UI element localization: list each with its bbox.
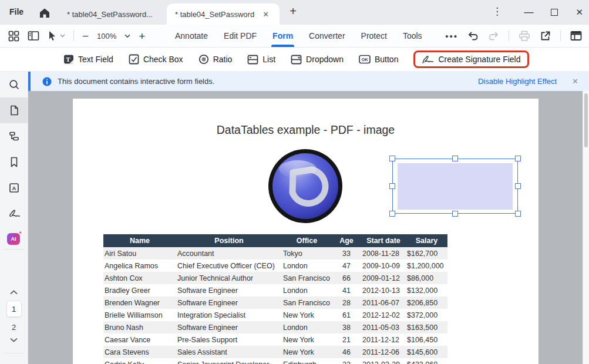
table-header-cell: Name [103,234,176,247]
table-cell: 41 [332,284,361,296]
window-close-button[interactable]: ✕ [575,7,583,18]
table-cell: 33 [332,247,361,259]
page-thumbnails-icon[interactable] [0,97,28,123]
svg-text:OK: OK [361,57,368,62]
info-message: This document contains interactive form … [58,77,214,86]
scrollbar-thumb[interactable] [584,93,588,147]
main-toolbar: − 100% + Annotate Edit PDF Form Converte… [0,25,589,48]
pdf-table-body: Airi SatouAccountantTokyo332008-11-28$16… [103,247,447,364]
document-tab-active[interactable]: * table04_SetPassword ✕ [167,4,280,25]
undo-icon[interactable] [467,31,479,41]
table-cell: $162,700 [406,247,447,259]
svg-text:T: T [66,56,70,63]
resize-handle[interactable] [389,156,395,161]
table-cell: New York [282,333,332,346]
zoom-out-button[interactable]: − [82,31,89,42]
share-export-icon[interactable] [540,31,551,42]
tab-annotate[interactable]: Annotate [175,25,208,47]
kebab-menu-icon[interactable]: ⋮ [492,5,502,18]
table-cell: Ashton Cox [103,272,176,284]
tab-tools[interactable]: Tools [403,25,422,47]
disable-highlight-link[interactable]: Disable Highlight Effect [478,77,557,86]
check-box-button[interactable]: Check Box [129,54,183,65]
vertical-scrollbar[interactable] [583,91,589,364]
dropdown-icon [291,55,302,65]
table-cell: Pre-Sales Support [176,333,282,346]
resize-handle[interactable] [452,156,458,161]
resize-handle[interactable] [515,156,521,161]
resize-handle[interactable] [452,211,458,217]
file-menu[interactable]: File [9,7,23,16]
more-tools-icon[interactable]: ••• [445,31,458,41]
chevron-up-icon[interactable] [10,290,18,295]
tab-form[interactable]: Form [272,25,293,47]
resize-handle[interactable] [515,183,521,189]
signature-field-selected[interactable] [392,159,518,214]
table-row: Cara StevensSales AssistantNew York46201… [103,346,447,358]
table-cell: $163,500 [406,321,447,333]
signature-panel-icon[interactable] [0,201,28,227]
pdf-page[interactable]: DataTables example - PDF - image [73,99,538,364]
layout-panels-icon[interactable] [570,31,582,41]
table-cell: $106,450 [406,333,447,346]
outline-icon[interactable] [0,123,28,149]
resize-handle[interactable] [389,183,395,189]
print-icon [519,31,530,42]
new-tab-button[interactable]: + [285,5,301,18]
dropdown-field-button[interactable]: Dropdown [291,55,344,65]
table-cell: London [282,284,332,296]
side-panel-icon[interactable] [28,31,39,41]
resize-handle[interactable] [515,211,521,217]
grid-view-icon[interactable] [8,31,19,42]
table-cell: Sales Assistant [176,346,282,358]
table-cell: Cara Stevens [103,346,176,358]
page-number-current[interactable]: 1 [6,301,22,317]
tab-edit-pdf[interactable]: Edit PDF [224,25,257,47]
datatables-logo [267,148,344,224]
zoom-in-button[interactable]: + [139,31,145,42]
annotation-icon[interactable]: A [0,175,28,201]
tab-converter[interactable]: Converter [309,25,345,47]
home-icon[interactable] [38,6,52,20]
table-cell: Software Engineer [176,321,282,333]
table-cell: San Francisco [282,272,332,284]
list-box-button[interactable]: List [247,55,275,65]
form-item-label: Ratio [213,55,233,64]
table-row: Bruno NashSoftware EngineerLondon382011-… [103,321,447,333]
table-header-cell: Salary [406,234,447,247]
ok-button-icon: OK [359,55,371,64]
zoom-dropdown-chevron-icon[interactable] [124,34,130,38]
table-cell: 22 [332,358,361,364]
create-signature-field-button[interactable]: Create Signature Field [413,50,529,68]
document-tab-inactive[interactable]: * table04_SetPassword... [59,4,166,25]
resize-handle[interactable] [389,211,395,217]
select-cursor-icon[interactable] [48,31,65,41]
zoom-level[interactable]: 100% [97,32,116,41]
form-item-label: Text Field [78,55,113,64]
chevron-down-icon[interactable] [10,338,18,342]
radio-button-tool[interactable]: Ratio [198,54,233,65]
table-row: Brenden WagnerSoftware EngineerSan Franc… [103,296,447,309]
table-cell: 2012-10-13 [361,284,406,296]
tab-label: * table04_SetPassword [175,10,254,19]
text-field-button[interactable]: T Text Field [63,54,113,65]
divider [560,31,561,41]
form-fields-infobar: This document contains interactive form … [28,72,589,91]
data-table: NamePositionOfficeAgeStart dateSalary Ai… [103,234,447,364]
table-cell: Brielle Williamson [103,309,176,321]
window-minimize-button[interactable]: — [524,7,533,18]
divider [73,31,74,41]
infobar-close-icon[interactable]: ✕ [572,77,578,86]
tab-protect[interactable]: Protect [361,25,387,47]
window-maximize-button[interactable] [551,9,558,16]
push-button-tool[interactable]: OK Button [359,55,398,64]
page-number-2[interactable]: 2 [12,323,16,332]
search-icon[interactable] [0,72,28,97]
left-sidebar: A AI ✦ 1 2 [0,72,28,364]
table-cell: Chief Executive Officer (CEO) [176,259,282,272]
tab-label: * table04_SetPassword... [67,10,153,19]
form-item-label: Check Box [143,55,183,64]
tab-close-icon[interactable]: ✕ [262,10,269,19]
bookmark-icon[interactable] [0,149,28,175]
document-canvas[interactable]: DataTables example - PDF - image [28,91,589,364]
